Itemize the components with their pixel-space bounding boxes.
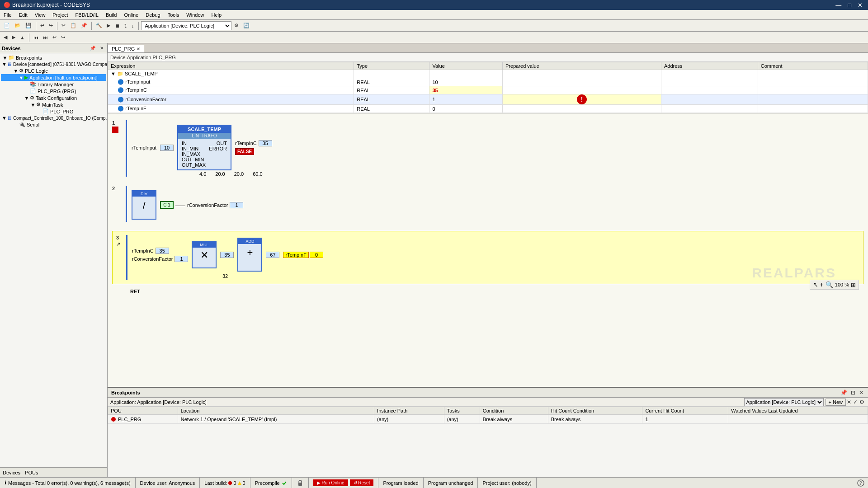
zoom-in-button[interactable]: + bbox=[820, 281, 824, 288]
table-row[interactable]: 🔵 rTempInC REAL 35 bbox=[108, 86, 868, 94]
menu-fbdldil[interactable]: FBD/LD/IL bbox=[72, 11, 102, 19]
tree-item-plcprg2[interactable]: 📄 PLC_PRG bbox=[1, 108, 106, 115]
zoom-fit-button[interactable]: 🔍 bbox=[826, 281, 833, 288]
copy-button[interactable]: 📋 bbox=[68, 22, 78, 29]
debug-btn2[interactable]: ⏭ bbox=[41, 34, 50, 41]
application-dropdown[interactable]: Application [Device: PLC Logic] bbox=[141, 21, 231, 30]
bp-settings-button[interactable]: ⚙ bbox=[859, 399, 865, 405]
expand-app[interactable]: ▼ bbox=[18, 75, 24, 80]
status-messages[interactable]: ℹ Messages - Total 0 error(s), 0 warning… bbox=[0, 478, 136, 488]
bp-pin-button[interactable]: 📌 bbox=[840, 389, 848, 396]
expand-device[interactable]: ▼ bbox=[2, 61, 7, 67]
bp-header: Breakpoints 📌 ⊡ ✕ bbox=[108, 388, 868, 398]
col-comment: Comment bbox=[758, 62, 868, 70]
undo-button[interactable]: ↩ bbox=[38, 22, 46, 29]
breakpoint-dot[interactable] bbox=[112, 127, 118, 133]
tab-close-button[interactable]: ✕ bbox=[137, 47, 140, 52]
menu-tools[interactable]: Tools bbox=[164, 11, 183, 19]
refresh-button[interactable]: 🔄 bbox=[241, 22, 251, 29]
status-program-loaded: Program loaded bbox=[378, 478, 423, 488]
menu-online[interactable]: Online bbox=[120, 11, 142, 19]
tree-item-breakpoints[interactable]: ▼ 📁 Breakpoints bbox=[1, 54, 106, 61]
tree-item-maintask[interactable]: ▼ ⚙ MainTask bbox=[1, 101, 106, 108]
bp-delete-button[interactable]: ✕ bbox=[846, 399, 852, 405]
minimize-button[interactable]: — bbox=[834, 2, 843, 9]
devices-tab[interactable]: Devices bbox=[3, 470, 20, 475]
table-row[interactable]: ▼ 📁 SCALE_TEMP bbox=[108, 70, 868, 78]
menu-edit[interactable]: Edit bbox=[15, 11, 31, 19]
tree-item-serial[interactable]: 🔌 Serial bbox=[1, 121, 106, 128]
bp-header-right[interactable]: 📌 ⊡ ✕ bbox=[840, 389, 864, 396]
save-button[interactable]: 💾 bbox=[24, 22, 33, 29]
step-over-button[interactable]: ⤵ bbox=[123, 22, 129, 29]
table-row[interactable]: 🔵 rTempInF REAL 0 bbox=[108, 105, 868, 113]
expand-taskconfig[interactable]: ▼ bbox=[24, 95, 30, 101]
tree-item-plcprg[interactable]: 📄 PLC_PRG (PRG) bbox=[1, 88, 106, 94]
close-button[interactable]: ✕ bbox=[856, 2, 864, 9]
run-online-button[interactable]: ▶ Run Online bbox=[313, 479, 348, 486]
zoom-pointer-button[interactable]: ↖ bbox=[813, 281, 818, 288]
open-button[interactable]: 📂 bbox=[13, 22, 23, 29]
table-row-selected[interactable]: 🔵 rConversionFactor REAL 1 ! bbox=[108, 94, 868, 105]
up-button[interactable]: ▲ bbox=[18, 34, 27, 41]
maximize-button[interactable]: □ bbox=[846, 2, 853, 9]
bp-close-button[interactable]: ✕ bbox=[858, 389, 864, 396]
tree-item-device[interactable]: ▼ 🖥 Device [connected] (0751-9301 WAGO C… bbox=[1, 61, 106, 67]
menu-view[interactable]: View bbox=[31, 11, 49, 19]
debug-btn4[interactable]: ↪ bbox=[59, 33, 67, 41]
expand-icon[interactable]: ▼ bbox=[111, 71, 116, 76]
new-button[interactable]: 📄 bbox=[2, 22, 12, 29]
pous-tab[interactable]: POUs bbox=[25, 470, 38, 475]
build-button[interactable]: 🔨 bbox=[94, 22, 104, 29]
tree-item-libman[interactable]: 📚 Library Manager bbox=[1, 81, 106, 88]
settings-button[interactable]: ⚙ bbox=[232, 22, 241, 29]
menu-project[interactable]: Project bbox=[49, 11, 71, 19]
menu-debug[interactable]: Debug bbox=[142, 11, 164, 19]
bp-enable-button[interactable]: ✓ bbox=[852, 399, 859, 405]
tree-item-plclogic[interactable]: ▼ ⚙ PLC Logic bbox=[1, 67, 106, 74]
expand-plclogic[interactable]: ▼ bbox=[13, 68, 19, 74]
sidebar-pin-button[interactable]: 📌 bbox=[88, 45, 97, 52]
debug-btn1[interactable]: ⏮ bbox=[32, 34, 40, 41]
status-help-icon[interactable]: ? bbox=[854, 479, 868, 487]
step-into-button[interactable]: ↓ bbox=[130, 22, 136, 29]
sidebar-close-button[interactable]: ✕ bbox=[98, 45, 105, 52]
app-select[interactable]: Application [Device: PLC Logic] bbox=[744, 398, 824, 406]
reset-button[interactable]: ↺ Reset bbox=[350, 479, 374, 486]
network-1-content: rTempInput 10 SCALE_TEMP LIN_TRAFO IN IN… bbox=[132, 120, 863, 177]
paste-button[interactable]: 📌 bbox=[79, 22, 89, 29]
network-3-vertical bbox=[126, 235, 127, 280]
col-hit-count-condition: Hit Count Condition bbox=[548, 407, 642, 415]
run-button[interactable]: ▶ bbox=[105, 22, 112, 29]
tree-item-app[interactable]: ▼ ▶ Application [halt on breakpoint] bbox=[1, 74, 106, 81]
bp-table-row[interactable]: PLC_PRG Network 1 / Operand 'SCALE_TEMP'… bbox=[108, 415, 868, 424]
tree-item-compact[interactable]: ▼ 🖥 Compact_Controller_100_Onboard_IO (C… bbox=[1, 115, 106, 121]
status-run-buttons[interactable]: ▶ Run Online ↺ Reset bbox=[309, 478, 379, 488]
separator-3 bbox=[91, 22, 92, 30]
menu-help[interactable]: Help bbox=[208, 11, 225, 19]
prepared-cell bbox=[503, 105, 661, 113]
window-controls[interactable]: — □ ✕ bbox=[834, 2, 864, 9]
bp-float-button[interactable]: ⊡ bbox=[850, 389, 856, 396]
cut-button[interactable]: ✂ bbox=[60, 22, 67, 29]
forward-button[interactable]: ▶ bbox=[10, 33, 17, 41]
expand-compact[interactable]: ▼ bbox=[2, 115, 7, 121]
stop-button[interactable]: ⏹ bbox=[113, 22, 122, 29]
debug-btn3[interactable]: ↩ bbox=[51, 33, 58, 41]
zoom-expand-button[interactable]: ⊞ bbox=[851, 282, 856, 288]
menu-build[interactable]: Build bbox=[102, 11, 120, 19]
tree-item-taskconfig[interactable]: ▼ ⚙ Task Configuration bbox=[1, 94, 106, 101]
back-button[interactable]: ◀ bbox=[2, 33, 9, 41]
bp-new-button[interactable]: + New bbox=[826, 399, 846, 406]
sidebar-controls[interactable]: 📌 ✕ bbox=[88, 45, 105, 52]
zoom-controls[interactable]: ↖ + 🔍 100 % ⊞ bbox=[810, 280, 859, 290]
tab-plcprg[interactable]: PLC_PRG ✕ bbox=[108, 45, 144, 52]
menu-window[interactable]: Window bbox=[183, 11, 208, 19]
expand-maintask[interactable]: ▼ bbox=[30, 102, 36, 108]
redo-button[interactable]: ↪ bbox=[47, 22, 55, 29]
expand-breakpoints[interactable]: ▼ bbox=[2, 55, 8, 61]
menu-file[interactable]: File bbox=[0, 11, 15, 19]
rconversion-value: 1 bbox=[230, 202, 243, 208]
diagram-area[interactable]: 1 rTempInput 10 bbox=[108, 113, 868, 387]
table-row[interactable]: 🔵 rTempInput REAL 10 bbox=[108, 78, 868, 86]
